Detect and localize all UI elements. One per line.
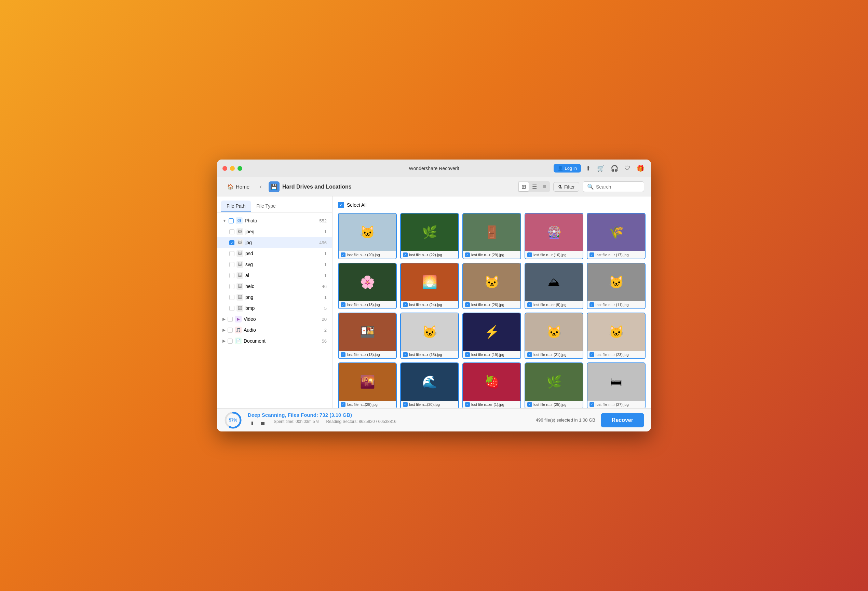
close-button[interactable] [223,166,227,171]
ai-checkbox[interactable] [229,273,235,278]
photo-check-icon[interactable]: ✓ [403,252,408,257]
gift-icon[interactable]: 🎁 [635,163,645,174]
photo-check-icon[interactable]: ✓ [589,252,594,257]
bmp-label: bmp [245,305,255,311]
list-view-button[interactable]: ≡ [540,182,549,191]
video-checkbox[interactable] [227,317,233,322]
photo-item[interactable]: 🍱✓lost file n...r (13).jpg [338,312,397,359]
document-count: 56 [322,339,327,344]
photo-item[interactable]: ⚡✓lost file n...r (19).jpg [462,312,521,359]
photo-item[interactable]: 🍓✓lost file n...er (1).jpg [462,363,521,408]
sidebar-item-png[interactable]: 🖼 png 1 [217,292,332,303]
filter-button[interactable]: ⚗ Filter [553,182,579,192]
stop-button[interactable]: ⏹ [259,419,267,428]
photo-item[interactable]: 🌅✓lost file n...r (24).jpg [400,263,459,309]
photo-item[interactable]: 🛏✓lost file n...r (27).jpg [587,363,645,408]
jpeg-count: 1 [324,229,327,234]
grid-view-button[interactable]: ⊞ [519,182,528,191]
psd-count: 1 [324,251,327,256]
cart-icon[interactable]: 🛒 [596,163,606,174]
photo-check-icon[interactable]: ✓ [403,302,408,307]
fullscreen-button[interactable] [238,166,242,171]
search-input[interactable] [596,184,640,190]
minimize-button[interactable] [230,166,235,171]
photo-check-icon[interactable]: ✓ [465,352,470,357]
jpeg-label: jpeg [245,229,254,234]
photo-item[interactable]: 🌊✓lost file n...(30).jpg [400,363,459,408]
photo-check-icon[interactable]: ✓ [403,402,408,407]
photo-count: 552 [319,218,327,223]
sidebar-item-video[interactable]: ▶ ▶ Video 20 [217,314,332,324]
png-checkbox[interactable] [229,295,235,300]
sidebar-item-document[interactable]: ▶ 📄 Document 56 [217,336,332,346]
photo-item[interactable]: 🌾✓lost file n...r (17).jpg [587,213,645,259]
sidebar-item-ai[interactable]: 🖼 ai 1 [217,270,332,281]
photo-check-icon[interactable]: ✓ [527,302,532,307]
photo-check-icon[interactable]: ✓ [527,402,532,407]
status-details: ⏸ ⏹ Spent time: 00h:03m:57s Reading Sect… [248,419,530,428]
photo-item[interactable]: 🐱✓lost file n...r (26).jpg [462,263,521,309]
sidebar-item-svg[interactable]: 🖼 svg 1 [217,259,332,270]
photo-item[interactable]: 🎡✓lost file n...r (16).jpg [524,213,583,259]
photo-item[interactable]: 🐱✓lost file n...r (20).jpg [338,213,397,259]
photo-check-icon[interactable]: ✓ [465,302,470,307]
photo-label: lost file n...r (16).jpg [533,253,567,257]
svg-count: 1 [324,262,327,267]
app-window: Wondershare Recoverit 👤 Log in ⬆ 🛒 🎧 🛡 🎁… [217,159,651,432]
select-all-checkbox[interactable]: ✓ [338,202,344,208]
photo-check-icon[interactable]: ✓ [403,352,408,357]
psd-checkbox[interactable] [229,251,235,256]
back-button[interactable]: ‹ [257,182,264,192]
sidebar-item-photo[interactable]: ▼ − 🖼 Photo 552 [217,215,332,226]
jpeg-checkbox[interactable] [229,229,235,234]
jpg-checkbox[interactable]: ✓ [229,240,235,245]
sidebar-item-psd[interactable]: 🖼 psd 1 [217,248,332,259]
sidebar-item-bmp[interactable]: 🖼 bmp 5 [217,303,332,314]
photo-item[interactable]: 🐱✓lost file n...r (23).jpg [587,312,645,359]
sidebar-item-heic[interactable]: 🖼 heic 46 [217,281,332,292]
heic-checkbox[interactable] [229,284,235,289]
photo-check-icon[interactable]: ✓ [589,352,594,357]
sidebar-item-audio[interactable]: ▶ 🎵 Audio 2 [217,324,332,336]
shield-icon[interactable]: 🛡 [623,163,632,173]
photo-check-icon[interactable]: ✓ [341,402,345,407]
tab-filepath[interactable]: File Path [221,200,251,212]
photo-item[interactable]: 🐱✓lost file n...r (21).jpg [524,312,583,359]
photo-check-icon[interactable]: ✓ [527,352,532,357]
photo-checkbox[interactable]: − [229,218,234,223]
search-box[interactable]: 🔍 [583,181,644,192]
list-detail-view-button[interactable]: ☰ [529,182,540,191]
photo-item[interactable]: 🚪✓lost file n...r (29).jpg [462,213,521,259]
photo-check-icon[interactable]: ✓ [465,402,470,407]
photo-check-icon[interactable]: ✓ [589,402,594,407]
photo-check-icon[interactable]: ✓ [527,252,532,257]
sidebar-item-jpeg[interactable]: 🖼 jpeg 1 [217,226,332,237]
photo-label: lost file n...r (27).jpg [596,402,629,407]
photo-check-icon[interactable]: ✓ [465,252,470,257]
bmp-checkbox[interactable] [229,306,235,311]
document-checkbox[interactable] [227,339,233,344]
audio-checkbox[interactable] [227,328,233,333]
photo-check-icon[interactable]: ✓ [341,252,345,257]
photo-item[interactable]: 🌿✓lost file n...r (25).jpg [524,363,583,408]
photo-grid: 🐱✓lost file n...r (20).jpg🌿✓lost file n.… [338,213,645,408]
photo-item[interactable]: ⛰✓lost file n...er (9).jpg [524,263,583,309]
photo-check-icon[interactable]: ✓ [589,302,594,307]
photo-item[interactable]: 🐱✓lost file n...r (11).jpg [587,263,645,309]
photo-item[interactable]: 🌇✓lost file n...(28).jpg [338,363,397,408]
upload-icon[interactable]: ⬆ [585,163,592,174]
sidebar-item-jpg[interactable]: ✓ 🖼 jpg 496 [217,237,332,248]
bmp-icon: 🖼 [236,305,243,312]
photo-item[interactable]: 🐱✓lost file n...r (15).jpg [400,312,459,359]
photo-item[interactable]: 🌸✓lost file n...r (18).jpg [338,263,397,309]
tab-filetype[interactable]: File Type [251,200,281,212]
photo-item[interactable]: 🌿✓lost file n...r (22).jpg [400,213,459,259]
svg-checkbox[interactable] [229,262,235,267]
pause-button[interactable]: ⏸ [248,419,256,428]
login-button[interactable]: 👤 Log in [554,164,581,172]
home-button[interactable]: 🏠 Home [224,182,253,192]
photo-check-icon[interactable]: ✓ [341,302,345,307]
recover-button[interactable]: Recover [601,413,644,427]
headset-icon[interactable]: 🎧 [609,163,620,174]
photo-check-icon[interactable]: ✓ [341,352,345,357]
